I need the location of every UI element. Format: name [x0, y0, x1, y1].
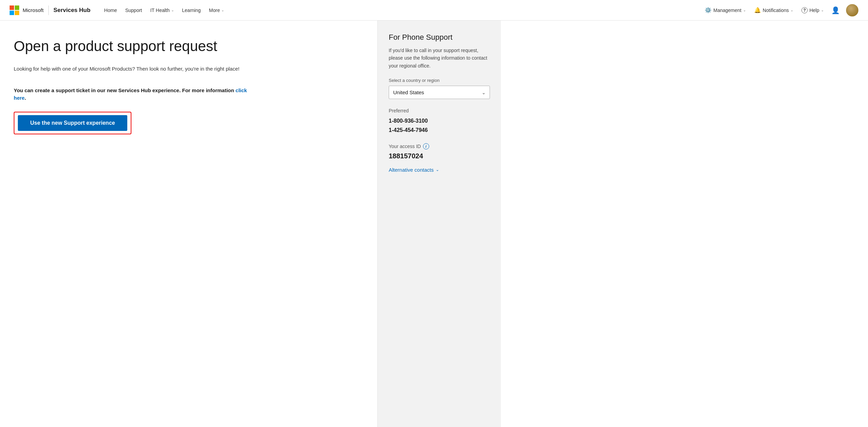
- nav-home[interactable]: Home: [101, 5, 120, 15]
- support-ticket-note: You can create a support ticket in our n…: [14, 87, 254, 102]
- main-header: Microsoft Services Hub Home Support IT H…: [0, 0, 868, 21]
- main-content: Open a product support request Looking f…: [0, 21, 377, 427]
- nav-it-health[interactable]: IT Health ⌄: [147, 5, 177, 15]
- access-id-label: Your access ID i: [389, 143, 490, 149]
- more-chevron-icon: ⌄: [221, 8, 224, 12]
- sidebar-description: If you'd like to call in your support re…: [389, 47, 490, 70]
- access-id-info-icon[interactable]: i: [423, 143, 429, 149]
- management-menu[interactable]: ⚙️ Management ⌄: [701, 5, 749, 15]
- country-region-label: Select a country or region: [389, 78, 490, 83]
- new-support-wrapper: Use the new Support experience: [14, 112, 131, 134]
- microsoft-logo-link[interactable]: Microsoft: [10, 5, 44, 15]
- management-icon: ⚙️: [705, 7, 712, 13]
- ms-logo-yellow: [15, 11, 19, 15]
- sidebar-title: For Phone Support: [389, 33, 490, 42]
- user-avatar[interactable]: [846, 4, 858, 16]
- it-health-chevron-icon: ⌄: [171, 8, 174, 12]
- notifications-chevron-icon: ⌄: [790, 8, 793, 12]
- help-chevron-icon: ⌄: [821, 8, 824, 12]
- bell-icon: 🔔: [754, 7, 761, 13]
- new-support-button[interactable]: Use the new Support experience: [18, 115, 127, 131]
- phone-number-2: 1-425-454-7946: [389, 125, 490, 135]
- preferred-label: Preferred: [389, 108, 490, 113]
- help-menu[interactable]: ? Help ⌄: [798, 5, 827, 15]
- ms-logo-green: [15, 5, 19, 10]
- user-profile-icon[interactable]: 👤: [829, 6, 843, 14]
- nav-support[interactable]: Support: [122, 5, 145, 15]
- main-layout: Open a product support request Looking f…: [0, 21, 868, 427]
- notifications-menu[interactable]: 🔔 Notifications ⌄: [751, 5, 797, 15]
- phone-numbers: 1-800-936-3100 1-425-454-7946: [389, 116, 490, 135]
- country-select-wrapper: United States ⌄: [389, 86, 490, 99]
- services-hub-brand: Services Hub: [54, 7, 91, 14]
- nav-more[interactable]: More ⌄: [206, 5, 227, 15]
- person-icon: 👤: [831, 6, 840, 14]
- alt-contacts-chevron-icon: ⌄: [436, 167, 439, 172]
- phone-number-1: 1-800-936-3100: [389, 116, 490, 125]
- nav-learning[interactable]: Learning: [179, 5, 204, 15]
- page-title: Open a product support request: [14, 38, 220, 55]
- header-actions: ⚙️ Management ⌄ 🔔 Notifications ⌄ ? Help…: [701, 4, 858, 16]
- access-id-value: 188157024: [389, 152, 490, 160]
- ms-logo-grid: [10, 5, 19, 15]
- header-divider: [48, 5, 49, 15]
- country-region-select[interactable]: United States: [389, 86, 490, 99]
- management-chevron-icon: ⌄: [743, 8, 746, 12]
- ms-logo-red: [10, 5, 14, 10]
- primary-nav: Home Support IT Health ⌄ Learning More ⌄: [101, 5, 702, 15]
- ms-logo-blue: [10, 11, 14, 15]
- page-subtitle: Looking for help with one of your Micros…: [14, 65, 247, 73]
- help-icon: ?: [801, 7, 808, 13]
- microsoft-text: Microsoft: [23, 7, 44, 13]
- alternative-contacts-link[interactable]: Alternative contacts ⌄: [389, 167, 490, 173]
- phone-support-sidebar: For Phone Support If you'd like to call …: [377, 21, 501, 427]
